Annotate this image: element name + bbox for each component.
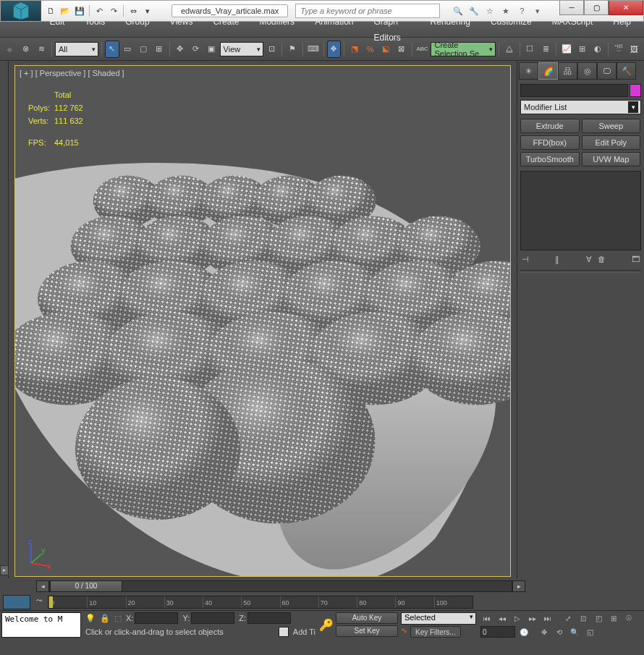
nav-icon1[interactable]: ⤢ xyxy=(562,612,575,624)
use-center-icon[interactable]: ⊡ xyxy=(265,41,279,58)
key-filters-button[interactable]: Key Filters... xyxy=(410,626,461,638)
select-region-rect-icon[interactable]: ▢ xyxy=(136,41,151,58)
expand-toolbar-icon[interactable]: ▸ xyxy=(0,565,9,575)
utilities-tab-icon[interactable]: 🔨 xyxy=(617,62,636,80)
max-toggle-icon[interactable]: ◱ xyxy=(583,626,596,638)
time-config-icon[interactable]: 🕓 xyxy=(517,626,530,638)
time-slider-thumb[interactable]: 0 / 100 xyxy=(50,580,122,592)
pin-stack-icon[interactable]: ⊣ xyxy=(522,255,529,264)
show-end-result-icon[interactable]: ‖ xyxy=(555,255,559,264)
play-icon[interactable]: ▷ xyxy=(511,612,524,624)
unlink-icon[interactable]: ⊗ xyxy=(19,41,33,58)
nav-icon2[interactable]: ⊡ xyxy=(577,612,590,624)
z-coord-input[interactable] xyxy=(247,612,291,624)
lock-icon[interactable]: 🔒 xyxy=(100,614,110,623)
time-tag-toggle[interactable] xyxy=(279,627,289,637)
modifier-extrude-button[interactable]: Extrude xyxy=(520,119,580,133)
time-next-icon[interactable]: ▸ xyxy=(512,580,525,592)
hierarchy-tab-icon[interactable]: 品 xyxy=(558,62,577,80)
x-coord-input[interactable] xyxy=(135,612,178,624)
material-editor-icon[interactable]: ◐ xyxy=(590,41,605,58)
rendered-model xyxy=(15,66,510,576)
create-tab-icon[interactable]: ✳ xyxy=(519,62,538,80)
arc-rotate-icon[interactable]: ⟲ xyxy=(553,626,566,638)
modifier-stack[interactable] xyxy=(520,171,641,250)
maxscript-listener[interactable]: Welcome to M xyxy=(1,612,81,638)
key-mode-dropdown[interactable]: Selected xyxy=(401,612,476,625)
svg-text:y: y xyxy=(41,546,46,554)
keyboard-shortcut-icon[interactable]: ⌨ xyxy=(306,41,321,58)
y-coord-input[interactable] xyxy=(191,612,234,624)
named-selection-dropdown[interactable]: Create Selection Se xyxy=(431,42,495,56)
goto-end-icon[interactable]: ⏭ xyxy=(541,612,554,624)
object-color-swatch[interactable] xyxy=(630,84,641,97)
track-ruler[interactable]: 0102030405060708090100 xyxy=(48,596,473,609)
layers-icon[interactable]: ≣ xyxy=(538,41,553,58)
nav-icon4[interactable]: ⊞ xyxy=(607,612,620,624)
tick-50: 50 xyxy=(241,596,279,608)
perspective-viewport[interactable]: [ + ] [ Perspective ] [ Shaded ] Total P… xyxy=(14,65,511,577)
add-time-tag-button[interactable]: Add Ti xyxy=(293,627,315,636)
pan-icon[interactable]: ✥ xyxy=(538,626,551,638)
prev-frame-icon[interactable]: ◂◂ xyxy=(496,612,509,624)
motion-tab-icon[interactable]: ◎ xyxy=(577,62,597,80)
rotate-icon[interactable]: ⟳ xyxy=(188,41,203,58)
remove-modifier-icon[interactable]: 🗑 xyxy=(598,255,606,264)
bulb-icon[interactable]: 💡 xyxy=(85,614,96,623)
key-step-icon[interactable]: ⦾ xyxy=(622,612,635,624)
zoom-icon[interactable]: 🔍 xyxy=(568,626,581,638)
scale-icon[interactable]: ▣ xyxy=(204,41,219,58)
goto-start-icon[interactable]: ⏮ xyxy=(480,612,493,624)
playback-controls: ⏮ ◂◂ ▷ ▸▸ ⏭ ⤢ ⊡ ◰ ⊞ ⦾ 🕓 ✥ ⟲ 🔍 ◱ xyxy=(478,611,644,639)
spinner-snap-icon[interactable]: ⬕ xyxy=(379,41,394,58)
modifier-edit-poly-button[interactable]: Edit Poly xyxy=(582,135,641,150)
app-menu-button[interactable] xyxy=(1,1,41,21)
viewport-label[interactable]: [ + ] [ Perspective ] [ Shaded ] xyxy=(20,69,124,77)
nav-icon3[interactable]: ◰ xyxy=(592,612,605,624)
mini-curve-editor-icon[interactable]: ⤳ xyxy=(33,596,45,608)
percent-snap-icon[interactable]: % xyxy=(363,41,378,58)
set-key-button[interactable]: Set Key xyxy=(336,625,398,637)
ref-coord-dropdown[interactable]: View xyxy=(220,42,263,56)
modifier-ffd-box--button[interactable]: FFD(box) xyxy=(520,135,580,150)
modifier-list-dropdown[interactable]: Modifier List xyxy=(520,100,641,114)
current-frame-input[interactable] xyxy=(480,626,515,638)
curve-editor-icon[interactable]: 📈 xyxy=(559,41,574,58)
window-crossing-icon[interactable]: ⊞ xyxy=(152,41,166,58)
time-prev-icon[interactable]: ◂ xyxy=(36,580,49,592)
modifier-turbosmooth-button[interactable]: TurboSmooth xyxy=(520,152,580,166)
modify-tab-icon[interactable]: 🌈 xyxy=(538,62,558,80)
select-name-icon[interactable]: ▭ xyxy=(121,41,135,58)
selection-filter-dropdown[interactable]: All xyxy=(55,42,98,56)
editable-mesh-icon[interactable]: ABC xyxy=(415,41,430,58)
select-link-icon[interactable]: ⟐ xyxy=(3,41,17,58)
tick-0: 0 xyxy=(48,596,87,608)
modifier-sweep-button[interactable]: Sweep xyxy=(582,119,641,133)
key-mode-icon[interactable]: 🔑 xyxy=(318,618,334,632)
configure-sets-icon[interactable]: 🗔 xyxy=(632,255,640,264)
auto-key-button[interactable]: Auto Key xyxy=(336,612,398,624)
time-slider[interactable]: 0 / 100 xyxy=(49,580,512,592)
render-frame-icon[interactable]: 🖼 xyxy=(627,41,641,58)
axis-gizmo: z y x xyxy=(25,540,54,570)
left-dock-gutter[interactable]: ▸ xyxy=(0,61,9,578)
modifier-uvw-map-button[interactable]: UVW Map xyxy=(582,152,641,166)
edged-faces-icon[interactable]: ⊠ xyxy=(394,41,409,58)
snap-toggle-icon[interactable]: ❖ xyxy=(327,41,342,58)
align-icon[interactable]: ☐ xyxy=(523,41,538,58)
render-setup-icon[interactable]: 🎬 xyxy=(611,41,626,58)
sel-lock-icon[interactable]: ⬚ xyxy=(114,614,122,623)
move-icon[interactable]: ✥ xyxy=(173,41,187,58)
mirror-icon[interactable]: ⧋ xyxy=(502,41,517,58)
key-filters-curve-icon[interactable]: ∿ xyxy=(401,626,407,638)
trackbar-box[interactable] xyxy=(3,595,30,609)
select-manipulate-icon[interactable]: ⚑ xyxy=(285,41,300,58)
object-name-input[interactable] xyxy=(520,84,628,97)
angle-snap-icon[interactable]: ⬔ xyxy=(347,41,362,58)
select-object-icon[interactable]: ↖ xyxy=(105,41,119,58)
schematic-icon[interactable]: ⊞ xyxy=(575,41,590,58)
next-frame-icon[interactable]: ▸▸ xyxy=(526,612,539,624)
display-tab-icon[interactable]: 🖵 xyxy=(597,62,617,80)
bind-spacewarp-icon[interactable]: ≋ xyxy=(34,41,48,58)
make-unique-icon[interactable]: ∀ xyxy=(586,255,592,264)
